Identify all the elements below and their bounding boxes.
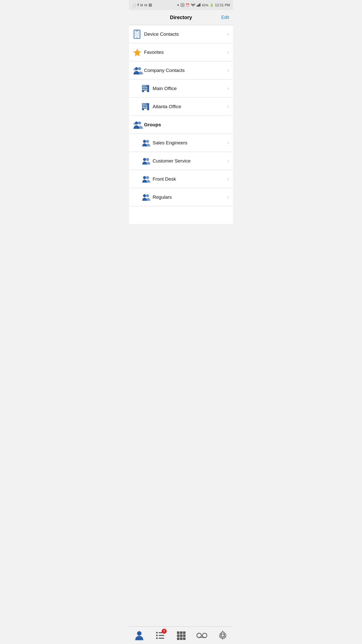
svg-rect-22 [144,91,147,92]
svg-point-42 [146,176,149,179]
chevron-icon: › [228,140,229,145]
svg-rect-18 [146,87,147,88]
svg-point-40 [146,158,149,161]
chevron-icon: › [228,158,229,164]
svg-rect-57 [183,634,186,637]
list-item-company-contacts[interactable]: Company Contacts › [129,61,233,79]
list-item-favorites[interactable]: Favorites › [129,43,233,61]
phone-icon [133,30,144,39]
app-header: Directory Edit [129,10,233,25]
favorites-label: Favorites [144,50,228,55]
time-display: 12:21 PM [215,3,230,7]
page-title: Directory [170,15,192,20]
signal-icon [197,3,201,7]
list-item-device-contacts[interactable]: Device Contacts › [129,25,233,43]
chevron-icon: › [228,31,229,37]
contacts-tab[interactable] [129,627,150,644]
chevron-icon: › [228,176,229,182]
list-item-front-desk[interactable]: Front Desk › [129,170,233,188]
svg-rect-49 [159,635,164,636]
nfc-icon: N [181,3,184,7]
star-icon [133,48,144,57]
svg-rect-60 [183,637,186,640]
svg-rect-16 [143,87,144,88]
list-item-customer-service[interactable]: Customer Service › [129,152,233,170]
grid-tab[interactable] [171,627,192,644]
svg-point-36 [133,123,136,125]
person-icon [135,631,144,640]
list-item-groups[interactable]: Groups [129,116,233,134]
people-small-icon [142,157,153,165]
svg-point-35 [138,122,141,125]
svg-rect-0 [197,6,197,7]
svg-rect-54 [183,631,186,634]
svg-rect-33 [144,109,147,110]
voicemail-tab[interactable] [191,627,212,644]
svg-rect-52 [177,631,179,634]
wifi-icon [191,3,195,7]
front-desk-label: Front Desk [153,176,228,182]
list-item-sales-engineers[interactable]: Sales Engineers › [129,134,233,152]
svg-rect-31 [144,107,146,108]
svg-rect-5 [135,31,139,31]
edit-button[interactable]: Edit [221,15,229,20]
tab-bar: 7 [129,626,233,644]
svg-rect-27 [143,105,144,106]
groups-label: Groups [144,122,229,128]
svg-rect-19 [143,89,144,90]
svg-marker-8 [133,49,141,56]
battery-icon: 🔋 [210,3,214,7]
svg-point-38 [146,140,149,143]
building-icon [142,103,153,111]
svg-rect-32 [146,107,147,108]
people-small-icon [142,194,153,201]
svg-rect-3 [200,3,200,7]
list-tab[interactable]: 7 [150,627,171,644]
people-small-icon [142,176,153,183]
directory-list: Device Contacts › Favorites › Company Co… [129,25,233,224]
battery-text: 62% [202,3,208,7]
svg-rect-59 [180,637,183,640]
list-item-atlanta-office[interactable]: Atlanta Office › [129,98,233,116]
chevron-icon: › [228,68,229,73]
customer-service-label: Customer Service [153,158,228,164]
svg-rect-14 [144,86,146,87]
image-icon: 🖼 [149,3,152,7]
group-icon [133,66,144,74]
svg-rect-13 [143,86,144,87]
svg-rect-26 [146,104,147,105]
settings-icon [218,631,228,640]
status-bar: ⬜ f M M 🖼 ✦ N ⏰ 62% 🔋 12:21 PM [129,0,233,10]
people-small-icon [142,139,153,146]
list-item-regulars[interactable]: Regulars › [129,188,233,206]
settings-tab[interactable] [212,627,233,644]
svg-rect-21 [146,89,147,90]
chevron-icon: › [228,50,229,55]
atlanta-office-label: Atlanta Office [153,104,228,109]
alarm-icon: ⏰ [186,3,190,7]
svg-rect-46 [156,632,158,633]
svg-rect-24 [143,104,144,105]
svg-point-39 [143,158,146,161]
svg-point-11 [133,68,136,71]
svg-point-37 [143,140,146,143]
device-contacts-label: Device Contacts [144,31,228,37]
svg-rect-51 [159,638,164,639]
svg-rect-63 [199,637,205,638]
list-item-main-office[interactable]: Main Office › [129,79,233,98]
svg-rect-2 [199,4,199,7]
svg-point-64 [221,634,224,637]
svg-point-6 [137,37,138,38]
bottom-spacer [129,206,233,224]
grid-icon [176,631,186,640]
company-contacts-label: Company Contacts [144,68,228,73]
svg-rect-30 [143,107,144,108]
sales-engineers-label: Sales Engineers [153,140,228,146]
regulars-label: Regulars [153,194,228,200]
building-icon [142,85,153,93]
voicemail-icon [197,632,207,638]
svg-rect-48 [156,635,158,636]
status-right: ✦ N ⏰ 62% 🔋 12:21 PM [177,3,230,7]
gmail-icon: M [140,3,143,7]
svg-rect-25 [144,104,146,105]
